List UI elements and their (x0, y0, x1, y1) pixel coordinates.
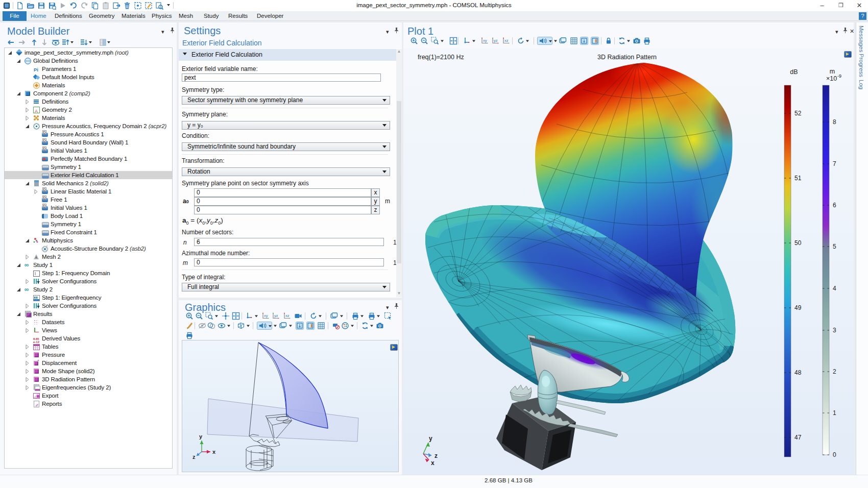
svg-text:yz: yz (494, 38, 498, 43)
svg-text:xz: xz (285, 313, 290, 318)
svg-text:x: x (212, 449, 216, 455)
svg-text:6: 6 (833, 202, 836, 209)
svg-text:1: 1 (833, 409, 836, 417)
svg-text:49: 49 (794, 304, 802, 311)
svg-text:z: z (435, 452, 438, 459)
svg-text:47: 47 (794, 434, 802, 441)
svg-text:0: 0 (833, 451, 836, 458)
svg-text:xy: xy (264, 313, 268, 318)
svg-text:5: 5 (833, 243, 836, 250)
svg-text:x: x (431, 459, 435, 467)
svg-text:51: 51 (794, 175, 802, 182)
svg-text:7: 7 (833, 160, 836, 167)
svg-text:m: m (830, 68, 835, 75)
svg-text:50: 50 (794, 239, 802, 247)
svg-text:xz: xz (504, 38, 509, 43)
svg-text:8: 8 (833, 118, 836, 126)
svg-text:-9: -9 (837, 74, 841, 79)
svg-text:y: y (429, 435, 432, 442)
svg-text:y: y (199, 433, 203, 440)
svg-text:×10: ×10 (826, 75, 837, 82)
svg-text:48: 48 (794, 369, 802, 376)
svg-text:52: 52 (794, 110, 802, 117)
svg-text:dB: dB (790, 68, 798, 76)
svg-text:3: 3 (833, 327, 836, 334)
svg-text:2: 2 (833, 368, 836, 375)
svg-text:yz: yz (274, 313, 278, 318)
svg-text:xy: xy (483, 38, 487, 43)
svg-text:4: 4 (833, 285, 836, 292)
svg-text:z: z (192, 454, 196, 460)
